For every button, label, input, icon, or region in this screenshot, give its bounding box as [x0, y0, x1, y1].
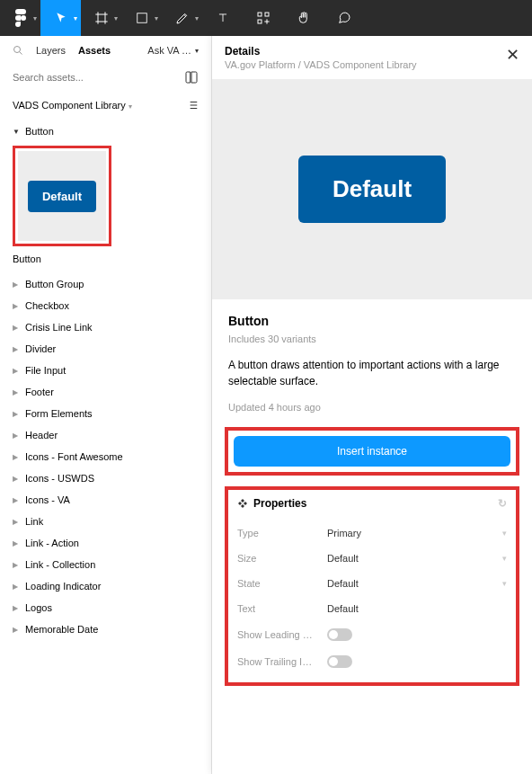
- refresh-icon[interactable]: ↻: [498, 497, 507, 510]
- updated-time: Updated 4 hours ago: [228, 402, 516, 413]
- property-value: Default: [327, 603, 507, 614]
- caret-right-icon: ▶: [13, 324, 20, 332]
- asset-category[interactable]: ▶Icons - VA: [13, 489, 199, 511]
- caret-right-icon: ▶: [13, 518, 20, 526]
- asset-category[interactable]: ▶Icons - Font Awesome: [13, 446, 199, 467]
- asset-category[interactable]: ▶Logos: [13, 597, 199, 618]
- caret-down-icon: ▼: [13, 128, 20, 136]
- asset-category[interactable]: ▶Memorable Date: [13, 618, 199, 640]
- chevron-down-icon: ▾: [33, 14, 40, 22]
- insert-instance-button[interactable]: Insert instance: [234, 436, 510, 467]
- chevron-down-icon: ▾: [502, 529, 507, 538]
- asset-category[interactable]: ▶Link - Collection: [13, 554, 199, 575]
- asset-category-label: File Input: [25, 365, 66, 376]
- property-value: Default: [327, 553, 502, 564]
- property-label: Show Leading …: [237, 629, 327, 640]
- property-label: Size: [237, 553, 327, 564]
- asset-category-label: Footer: [25, 387, 54, 397]
- hand-tool[interactable]: [283, 0, 324, 36]
- asset-category[interactable]: ▶Header: [13, 424, 199, 446]
- asset-category[interactable]: ▶Link - Action: [13, 532, 199, 554]
- asset-thumbnail[interactable]: Default: [18, 151, 106, 241]
- svg-rect-1: [258, 13, 262, 16]
- asset-category[interactable]: ▶Checkbox: [13, 295, 199, 316]
- chevron-down-icon: ▾: [502, 554, 507, 563]
- comment-tool[interactable]: [324, 0, 364, 36]
- chevron-down-icon: ▾: [129, 102, 132, 111]
- component-preview: Default: [212, 79, 532, 299]
- asset-category-button[interactable]: ▼Button: [13, 120, 199, 142]
- asset-category-label: Icons - Font Awesome: [25, 451, 123, 462]
- asset-category-label: Header: [25, 430, 58, 440]
- toggle-switch[interactable]: [327, 655, 352, 668]
- asset-category[interactable]: ▶Link: [13, 511, 199, 532]
- asset-category-label: Loading Indicator: [25, 581, 101, 592]
- asset-category-label: Divider: [25, 343, 56, 354]
- caret-right-icon: ▶: [13, 496, 20, 504]
- library-icon[interactable]: [184, 70, 199, 85]
- asset-category-label: Link: [25, 516, 43, 527]
- property-row[interactable]: StateDefault▾: [237, 571, 507, 596]
- chevron-down-icon: ▾: [74, 14, 81, 22]
- component-icon: [237, 498, 248, 509]
- asset-category-label: Link - Collection: [25, 559, 95, 570]
- caret-right-icon: ▶: [13, 388, 20, 396]
- property-value: Default: [327, 578, 502, 589]
- caret-right-icon: ▶: [13, 431, 20, 440]
- preview-button: Default: [298, 156, 446, 223]
- property-row[interactable]: SizeDefault▾: [237, 546, 507, 571]
- asset-category[interactable]: ▶Divider: [13, 338, 199, 360]
- tab-ask-va[interactable]: Ask VA …▾: [147, 45, 199, 56]
- asset-category[interactable]: ▶Form Elements: [13, 403, 199, 424]
- svg-point-4: [14, 47, 21, 53]
- property-label: Type: [237, 528, 327, 538]
- asset-category[interactable]: ▶Icons - USWDS: [13, 467, 199, 489]
- ask-label: Ask VA …: [147, 45, 191, 56]
- caret-right-icon: ▶: [13, 626, 20, 634]
- asset-category-label: Icons - USWDS: [25, 473, 94, 484]
- search-input[interactable]: [13, 72, 177, 83]
- asset-category-label: Button Group: [25, 279, 84, 289]
- library-selector[interactable]: VADS Component Library ▾: [13, 100, 132, 111]
- asset-category[interactable]: ▶File Input: [13, 360, 199, 381]
- caret-right-icon: ▶: [13, 475, 20, 483]
- asset-category-label: Memorable Date: [25, 624, 98, 635]
- svg-rect-0: [137, 13, 146, 23]
- caret-right-icon: ▶: [13, 367, 20, 375]
- asset-category-label: Crisis Line Link: [25, 322, 93, 333]
- details-breadcrumb: VA.gov Platform / VADS Component Library: [225, 59, 417, 70]
- asset-category-label: Checkbox: [25, 300, 69, 311]
- text-tool[interactable]: [202, 0, 243, 36]
- caret-right-icon: ▶: [13, 280, 20, 289]
- asset-category[interactable]: ▶Footer: [13, 381, 199, 403]
- thumbnail-button-preview: Default: [28, 181, 96, 212]
- details-title: Details: [225, 45, 417, 58]
- chevron-down-icon: ▾: [114, 14, 121, 22]
- asset-category[interactable]: ▶Button Group: [13, 273, 199, 295]
- tab-layers[interactable]: Layers: [36, 45, 66, 56]
- component-name: Button: [228, 314, 516, 328]
- list-view-icon[interactable]: [186, 99, 199, 111]
- property-row[interactable]: TextDefault: [237, 596, 507, 621]
- search-icon: [13, 45, 23, 56]
- asset-category-label: Icons - VA: [25, 494, 70, 505]
- resources-tool[interactable]: [243, 0, 283, 36]
- property-label: Text: [237, 603, 327, 614]
- property-toggle-row: Show Trailing I…: [237, 648, 507, 675]
- asset-category[interactable]: ▶Crisis Line Link: [13, 316, 199, 338]
- insert-highlight: Insert instance: [225, 427, 519, 476]
- chevron-down-icon: ▾: [155, 14, 162, 22]
- close-button[interactable]: ✕: [506, 45, 519, 65]
- caret-right-icon: ▶: [13, 561, 20, 569]
- properties-heading: Properties: [253, 497, 306, 510]
- chevron-down-icon: ▾: [502, 579, 507, 588]
- property-row[interactable]: TypePrimary▾: [237, 520, 507, 546]
- asset-category-label: Link - Action: [25, 538, 79, 548]
- caret-right-icon: ▶: [13, 410, 20, 418]
- caret-right-icon: ▶: [13, 345, 20, 353]
- asset-category-label: Form Elements: [25, 408, 93, 419]
- tab-assets[interactable]: Assets: [78, 45, 111, 56]
- asset-category-label: Logos: [25, 602, 52, 613]
- asset-category[interactable]: ▶Loading Indicator: [13, 575, 199, 597]
- toggle-switch[interactable]: [327, 628, 352, 641]
